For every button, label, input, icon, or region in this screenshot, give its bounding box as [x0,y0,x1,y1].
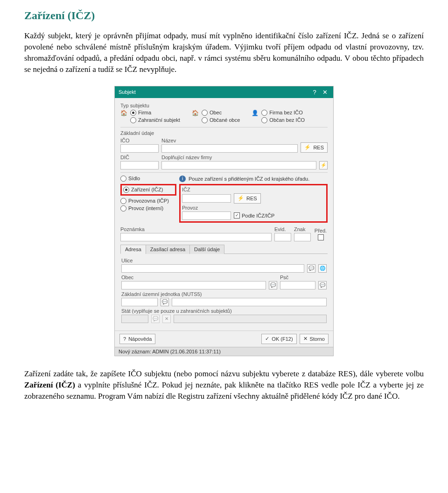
radio-obcan-bez-ico[interactable]: Občan bez IČO [261,117,305,123]
paragraph-2: Zařízení zadáte tak, že zapíšete IČO sub… [24,368,424,402]
stat-code-input[interactable] [121,315,148,323]
tab-dalsi[interactable]: Další údaje [189,245,224,254]
chat-icon[interactable]: 💬 [318,281,327,289]
radio-firma-bez-ico[interactable]: Firma bez IČO [261,110,305,116]
dic-input[interactable] [120,161,159,169]
provoz-input[interactable] [182,211,231,220]
status-bar: Nový záznam: ADMIN (21.06.2016 11:37:11) [115,347,333,356]
res-button-1[interactable]: ⚡RES [301,142,328,153]
bolt-icon: ⚡ [238,195,244,201]
paragraph-1: Každý subjekt, který je oprávněn přijíma… [24,30,424,76]
stat-name-input[interactable] [174,315,327,323]
chat-icon[interactable]: 💬 [161,298,169,306]
help-icon: ? [123,336,126,342]
nazev-input[interactable] [161,144,298,153]
radio-obec[interactable]: Obec [202,110,240,116]
napoveda-button[interactable]: ?Nápověda [119,334,155,344]
page-heading: Zařízení (IČZ) [24,9,424,22]
chat-icon[interactable]: 💬 [269,281,277,289]
bolt-icon: ⚡ [304,144,311,150]
dic-label: DIČ [120,155,159,160]
dopl-input[interactable] [161,161,316,169]
icz-label: IČZ [182,187,325,192]
radio-obcane[interactable]: Občané obce [202,117,240,123]
nuts-code-input[interactable] [121,298,158,306]
info-icon: i [179,176,186,182]
stat-label: Stát (vyplňuje se pouze u zahraničních s… [121,308,327,314]
house-icon: 🏠 [192,110,199,117]
storno-button[interactable]: ✕Storno [300,334,329,344]
tab-adresa[interactable]: Adresa [120,245,146,254]
radio-firma[interactable]: Firma [130,110,180,116]
radio-provozovna-icp[interactable]: Provozovna (IČP) [120,198,176,204]
close-button[interactable]: ✕ [320,87,329,97]
zakladni-udaje-label: Základní údaje [120,130,328,136]
ulice-input[interactable] [121,264,304,273]
tab-zasilaci[interactable]: Zasílací adresa [146,245,190,254]
checkbox-podle-icz-icp[interactable]: Podle IČZ/IČP [234,212,274,218]
chat-icon[interactable]: 💬 [151,315,160,323]
poznamka-label: Poznámka [120,226,272,232]
pred-label: Před. [314,228,328,233]
help-button[interactable]: ? [310,87,319,97]
obec-input[interactable] [121,281,266,289]
ico-input[interactable] [120,144,159,153]
psc-input[interactable] [280,281,315,289]
house-icon: 🏠 [120,110,127,117]
psc-label: Psč [280,275,327,280]
pred-checkbox[interactable] [318,234,324,240]
subjekt-window: Subjekt ? ✕ Typ subjektu 🏠 Firma Zahrani… [114,86,334,356]
evid-label: Evid. [274,226,291,232]
icz-input[interactable] [182,194,231,203]
clear-icon[interactable]: ✕ [162,315,171,323]
chat-icon[interactable]: 💬 [307,264,315,273]
res-button-2[interactable]: ⚡RES [234,193,261,204]
person-icon: 👤 [252,110,259,117]
nazev-label: Název [161,138,298,143]
titlebar: Subjekt ? ✕ [115,86,333,98]
info-text: Pouze zařízení s přiděleným IČZ od krajs… [189,176,309,182]
typ-subjektu-label: Typ subjektu [120,103,328,108]
obec-label: Obec [121,275,277,280]
radio-zarizeni-icz[interactable]: Zařízení (IČZ) [123,187,174,193]
cancel-icon: ✕ [303,336,308,342]
poznamka-input[interactable] [120,233,272,241]
ok-button[interactable]: ✓OK (F12) [261,334,296,344]
radio-zahranicni[interactable]: Zahraniční subjekt [130,117,180,123]
ulice-label: Ulice [121,258,327,263]
dopl-label: Doplňující název firmy [161,155,328,160]
radio-provoz-interni[interactable]: Provoz (interní) [120,205,176,211]
znak-label: Znak [294,226,311,232]
evid-input[interactable] [274,233,291,241]
nuts-name-input[interactable] [172,298,327,306]
radio-sidlo[interactable]: Sídlo [120,176,176,182]
ico-label: IČO [120,138,159,143]
nuts-label: Základní územní jednotka (NUTS5) [121,291,327,297]
window-title: Subjekt [119,89,309,95]
check-icon: ✓ [265,336,269,342]
znak-input[interactable] [294,233,311,241]
bolt-icon[interactable]: ⚡ [319,161,328,169]
globe-icon[interactable]: 🌐 [318,264,327,273]
provoz-label: Provoz [182,205,325,211]
